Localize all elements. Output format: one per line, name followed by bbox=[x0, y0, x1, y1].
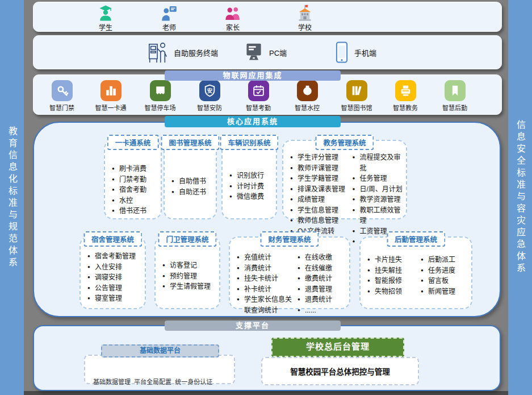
system-box-logistics: 后勤管理系统 卡片挂失挂失解挂智能报修失物招领 后勤派工任务进度留言板新闻管理 bbox=[359, 236, 472, 309]
system-item-list: 在线收缴在线催缴缴费统计退费管理退费统计...... bbox=[298, 252, 347, 308]
list-item: 退费统计 bbox=[298, 294, 347, 305]
student-icon bbox=[97, 5, 114, 22]
list-item: 学生学籍管理 bbox=[290, 173, 352, 184]
list-item: 自助还书 bbox=[171, 187, 206, 198]
list-item: 微信缴费 bbox=[229, 192, 264, 202]
list-item: 挂失卡统计 bbox=[237, 273, 298, 284]
list-item: 门禁考勤 bbox=[112, 174, 146, 185]
list-item: 新闻管理 bbox=[421, 286, 469, 297]
system-box-one-card: 一卡通系统 刷卡消费门禁考勤宿舍考勤水控借书还书 bbox=[104, 140, 162, 219]
support-section-header: 支撑平台 bbox=[165, 321, 341, 331]
iot-item-logistics: 智慧后勤 bbox=[429, 80, 480, 112]
terminal-label: PC端 bbox=[269, 47, 287, 58]
kiosk-icon bbox=[147, 40, 169, 64]
core-section-header: 核心应用系统 bbox=[165, 116, 341, 127]
list-item: 学生信息管理 bbox=[290, 205, 352, 216]
system-item-list: 刷卡消费门禁考勤宿舍考勤水控借书还书 bbox=[112, 164, 146, 218]
system-box-library: 图书管理系统 自助借书自助还书 bbox=[164, 140, 217, 219]
system-item-list: 后勤派工任务进度留言板新闻管理 bbox=[421, 255, 469, 308]
terminals-band: 自助服务终端 PC端 手机端 bbox=[33, 35, 502, 69]
list-item: 刷卡消费 bbox=[112, 164, 146, 174]
system-box-dormitory: 宿舍管理系统 宿舍考勤管理入住安排调寝安排公告管理寝室管理 bbox=[79, 236, 146, 309]
iot-item-attendance: 智慧考勤 bbox=[233, 80, 284, 112]
teacher-icon bbox=[161, 5, 178, 22]
user-label: 老师 bbox=[144, 22, 195, 32]
parents-icon bbox=[224, 5, 241, 22]
list-item: 排课及课表管理 bbox=[290, 184, 352, 195]
list-item: 水控 bbox=[112, 196, 146, 206]
list-item: 在线催缴 bbox=[298, 263, 347, 274]
iot-item-label: 智慧后勤 bbox=[429, 103, 480, 112]
list-item: 调寝安排 bbox=[87, 272, 136, 283]
base-data-platform-box: 基础数据管理 平台全局配置 统一身份认证 用户账户与权限管理 单点登录 bbox=[84, 355, 235, 384]
list-item: ...... bbox=[298, 305, 347, 316]
attendance-calendar-icon bbox=[248, 80, 269, 101]
user-item-teacher: 老师 bbox=[144, 5, 195, 32]
list-item: 成绩管理 bbox=[290, 194, 352, 205]
terminal-label: 手机端 bbox=[354, 47, 376, 58]
list-item: 入住安排 bbox=[87, 262, 136, 273]
system-box-academic-affairs: 教务管理系统 学生评分管理教师评课管理学生学籍管理排课及课表管理成绩管理学生信息… bbox=[282, 140, 407, 219]
system-title: 车辆识别系统 bbox=[220, 135, 278, 150]
list-item: 教职工绩效管理 bbox=[352, 205, 404, 226]
list-item: 借书还书 bbox=[112, 206, 146, 217]
parking-icon bbox=[150, 80, 171, 101]
user-label: 学校 bbox=[279, 22, 330, 32]
logistics-bookmark-icon bbox=[445, 80, 466, 101]
list-item: 流程提交及审批 bbox=[352, 152, 404, 173]
system-title: 教务管理系统 bbox=[315, 135, 374, 150]
list-item: 消费统计 bbox=[237, 263, 298, 274]
desktop-icon bbox=[244, 42, 264, 63]
iot-item-label: 智慧停车场 bbox=[135, 103, 186, 112]
list-item: 计时计费 bbox=[229, 181, 264, 192]
base-platform-line1: 基础数据管理 平台全局配置 统一身份认证 bbox=[93, 378, 227, 386]
smart-campus-architecture-diagram: 教育信息化标准与规范体系 信息安全标准与容灾应急体系 学生 老师 bbox=[0, 0, 532, 395]
iot-item-one-card: 智慧一卡通 bbox=[85, 80, 136, 112]
iot-item-water: 智慧水控 bbox=[282, 80, 333, 112]
list-item: 留言板 bbox=[421, 276, 469, 286]
list-item: 在线收缴 bbox=[298, 252, 347, 263]
list-item: 充值统计 bbox=[237, 252, 298, 263]
user-label: 学生 bbox=[80, 22, 131, 32]
terminal-label: 自助服务终端 bbox=[174, 47, 218, 58]
list-item: 宿舍考勤 bbox=[112, 185, 146, 196]
terminal-item-pc: PC端 bbox=[244, 36, 287, 69]
system-item-list: 流程提交及审批任务管理日/周、月计划教学资源管理教职工绩效管理工资管理.....… bbox=[352, 152, 404, 218]
iot-item-label: 智慧一卡通 bbox=[85, 103, 136, 112]
school-admin-box: 智慧校园平台总体把控与管理 bbox=[261, 357, 419, 385]
base-data-platform-title: 基础数据平台 bbox=[101, 344, 219, 357]
list-item: 后勤派工 bbox=[421, 255, 469, 265]
system-item-list: 自助借书自助还书 bbox=[171, 176, 206, 218]
iot-item-security: 安 智慧安防 bbox=[184, 80, 235, 112]
iot-item-label: 智慧教务 bbox=[380, 103, 431, 112]
list-item: 教学资源管理 bbox=[352, 194, 404, 205]
list-item: 教师评课管理 bbox=[290, 163, 352, 174]
system-item-list: 访客登记预约管理学生请假管理 bbox=[162, 260, 211, 308]
system-item-list: 学生评分管理教师评课管理学生学籍管理排课及课表管理成绩管理学生信息管理教师信息管… bbox=[290, 152, 352, 218]
iot-item-library: 智慧图书馆 bbox=[331, 80, 382, 112]
iot-item-academic: 智慧教务 bbox=[380, 80, 431, 112]
list-item: 任务进度 bbox=[421, 265, 469, 276]
list-item: 日/周、月计划 bbox=[352, 184, 404, 195]
terminal-item-mobile: 手机端 bbox=[334, 36, 376, 69]
list-item: 访客登记 bbox=[162, 260, 211, 271]
user-item-student: 学生 bbox=[80, 5, 131, 32]
iot-item-label: 智慧图书馆 bbox=[331, 103, 382, 112]
system-title: 一卡通系统 bbox=[107, 135, 159, 150]
iot-item-door-access: 智慧门禁 bbox=[36, 80, 87, 112]
right-standards-pillar: 信息安全标准与容灾应急体系 bbox=[508, 0, 532, 395]
list-item: 识别放行 bbox=[229, 171, 264, 181]
right-pillar-label: 信息安全标准与容灾应急体系 bbox=[508, 120, 532, 275]
user-item-school: 学校 bbox=[279, 5, 330, 32]
user-label: 家长 bbox=[207, 22, 258, 32]
list-item: 智能报修 bbox=[367, 276, 421, 286]
list-item: 寝室管理 bbox=[87, 293, 136, 304]
system-box-finance: 财务管理系统 充值统计消费统计挂失卡统计补卡统计学生家长信息关联查询统计 在线收… bbox=[229, 236, 350, 309]
water-control-icon bbox=[297, 80, 318, 101]
system-title: 门卫管理系统 bbox=[158, 231, 216, 247]
library-books-icon bbox=[346, 80, 367, 101]
list-item: 补卡统计 bbox=[237, 284, 298, 295]
system-item-list: 识别放行计时计费微信缴费 bbox=[229, 171, 264, 218]
iot-item-parking: 智慧停车场 bbox=[135, 80, 186, 112]
one-card-icon bbox=[100, 80, 122, 101]
